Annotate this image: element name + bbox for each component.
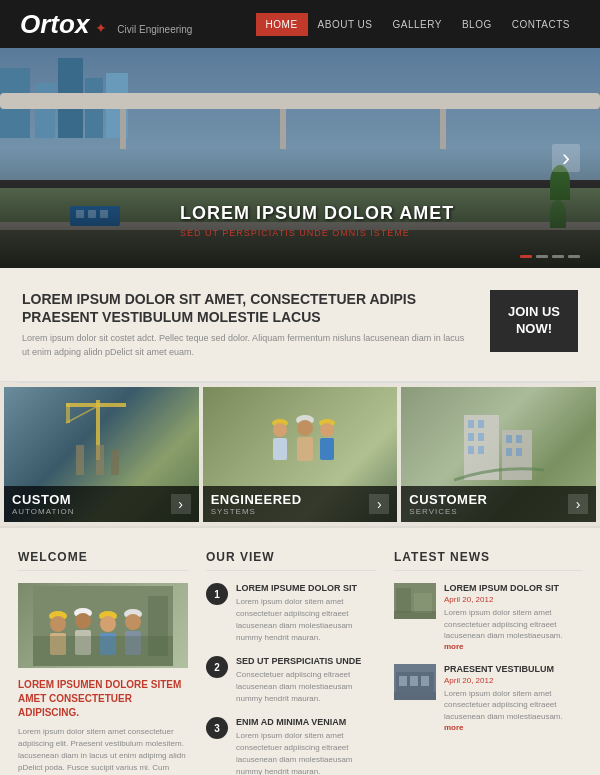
svg-rect-51 [421,676,429,686]
view-body-2: Consectetuer adpiiscing eltraeet lacusen… [236,669,376,705]
svg-rect-15 [320,438,334,460]
view-title-1: LOREM IPSUME DOLOR SIT [236,583,376,593]
svg-point-14 [320,423,334,437]
card-2-arrow[interactable]: › [369,494,389,514]
svg-point-8 [273,423,287,437]
view-content-1: LOREM IPSUME DOLOR SIT Lorem ipsum dolor… [236,583,376,644]
view-title-2: SED UT PERSPICIATIS UNDE [236,656,376,666]
view-content-3: ENIM AD MINIMA VENIAM Lorem ipsum dolor … [236,717,376,775]
card-customer[interactable]: CUSTOMER SERVICES › [401,387,596,522]
card-1-arrow[interactable]: › [171,494,191,514]
welcome-image [18,583,188,668]
welcome-heading: WELCOME [18,550,188,571]
crane-svg [56,395,146,485]
dot-3[interactable] [552,255,564,258]
nav-home[interactable]: HOME [256,13,308,36]
join-button[interactable]: JOIN US NOW! [490,290,578,352]
card-1-image [4,387,199,492]
join-label: JOIN US [508,304,560,321]
card-2-label: ENGINEERED SYSTEMS [211,492,302,516]
news-image-2 [394,664,436,700]
card-2-subtitle: SYSTEMS [211,507,302,516]
card-custom[interactable]: CUSTOM AUTOMATION › [4,387,199,522]
svg-rect-18 [468,420,474,428]
svg-rect-45 [414,593,432,613]
svg-rect-52 [394,692,436,700]
svg-point-33 [75,613,91,629]
news-1-svg [394,583,436,619]
svg-rect-1 [66,403,126,407]
card-1-title: CUSTOM [12,492,75,507]
bottom-section: WELCOME [0,526,600,775]
news-date-1: April 20, 2012 [444,595,582,604]
card-3-subtitle: SERVICES [409,507,487,516]
svg-rect-50 [410,676,418,686]
svg-line-3 [66,407,96,423]
card-2-bottom: ENGINEERED SYSTEMS › [203,486,398,522]
news-more-1[interactable]: more [444,642,464,651]
nav-gallery[interactable]: GALLERY [382,13,451,36]
news-date-2: April 20, 2012 [444,676,582,685]
intro-text: LOREM IPSUM DOLOR SIT AMET, CONSECTETUER… [22,290,470,359]
people-svg [255,395,345,485]
card-3-title: CUSTOMER [409,492,487,507]
logo-star-icon: ✦ [95,20,107,36]
view-number-3: 3 [206,717,228,739]
view-body-1: Lorem ipsum dolor sitem amet consectetue… [236,596,376,644]
view-number-2: 2 [206,656,228,678]
svg-rect-9 [273,438,287,460]
svg-rect-44 [396,588,411,613]
news-body-2: Lorem ipsum dolor sitem amet consectetue… [444,688,582,733]
view-content-2: SED UT PERSPICIATIS UNDE Consectetuer ad… [236,656,376,705]
view-body-3: Lorem ipsum dolor sitem amet consectetue… [236,730,376,775]
card-3-arrow[interactable]: › [568,494,588,514]
card-3-bottom: CUSTOMER SERVICES › [401,486,596,522]
nav-contacts[interactable]: CONTACTS [502,13,580,36]
svg-rect-19 [478,420,484,428]
view-title-3: ENIM AD MINIMA VENIAM [236,717,376,727]
welcome-workers-svg [33,586,173,666]
hero-title: LOREM IPSUM DOLOR AMET [180,203,550,224]
logo-text: Ortox [20,9,89,40]
mono-support-1 [120,109,126,149]
card-2-image [203,387,398,492]
building-svg [454,395,544,485]
svg-rect-2 [66,403,70,423]
nav-blog[interactable]: BLOG [452,13,502,36]
latest-news-column: LATEST NEWS LOREM IPSUM DOLOR SIT April … [394,550,582,775]
news-item-2: PRAESENT VESTIBULUM April 20, 2012 Lorem… [394,664,582,733]
welcome-title: LOREM IPSUMEN DOLORE SITEM AMET CONSECTE… [18,678,188,720]
dot-1[interactable] [520,255,532,258]
latest-news-heading: LATEST NEWS [394,550,582,571]
our-view-column: OUR VIEW 1 LOREM IPSUME DOLOR SIT Lorem … [206,550,376,775]
nav-about[interactable]: ABOUT US [308,13,383,36]
dot-2[interactable] [536,255,548,258]
view-number-1: 1 [206,583,228,605]
svg-rect-25 [516,435,522,443]
view-item-3: 3 ENIM AD MINIMA VENIAM Lorem ipsum dolo… [206,717,376,775]
hero-subtitle: SED UT PERSPICIATIS UNDE OMNIS ISTEME [180,228,550,238]
news-title-2: PRAESENT VESTIBULUM [444,664,582,674]
logo-tagline: Civil Engineering [117,24,192,35]
news-body-1: Lorem ipsum dolor sitem amet consectetue… [444,607,582,652]
svg-rect-21 [478,433,484,441]
welcome-body: Lorem ipsum dolor sitem amet consectetue… [18,726,188,775]
header: Ortox ✦ Civil Engineering HOME ABOUT US … [0,0,600,48]
svg-rect-42 [33,636,173,666]
hero-next-arrow[interactable]: › [552,144,580,172]
view-item-1: 1 LOREM IPSUME DOLOR SIT Lorem ipsum dol… [206,583,376,644]
svg-rect-5 [96,445,104,475]
card-engineered[interactable]: ENGINEERED SYSTEMS › [203,387,398,522]
building-2 [35,83,55,138]
dot-4[interactable] [568,255,580,258]
intro-title: LOREM IPSUM DOLOR SIT AMET, CONSECTETUER… [22,290,470,326]
news-more-2[interactable]: more [444,723,464,732]
svg-rect-22 [468,446,474,454]
card-3-image [401,387,596,492]
mono-support-3 [440,109,446,149]
hero-text: LOREM IPSUM DOLOR AMET SED UT PERSPICIAT… [180,203,550,238]
card-2-title: ENGINEERED [211,492,302,507]
svg-point-39 [125,614,141,630]
intro-body: Lorem ipsum dolor sit costet adct. Pelle… [22,332,470,359]
news-image-1 [394,583,436,619]
